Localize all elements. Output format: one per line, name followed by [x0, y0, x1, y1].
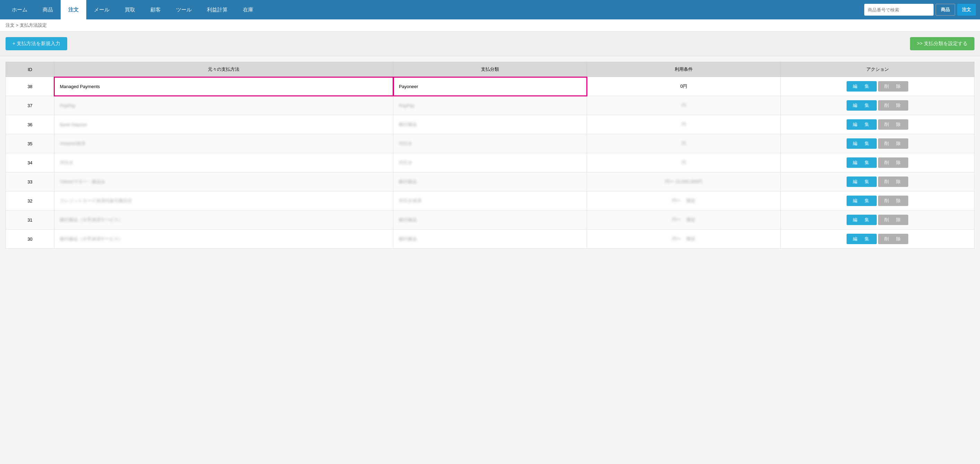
table-row: 33Yahoo!マネー・振込み銀行振込円〜 15,000,000円編 集削 除	[6, 172, 974, 191]
cell-category: PayPay	[393, 96, 587, 115]
breadcrumb: 注文 > 支払方法設定	[0, 19, 980, 32]
cell-condition: 円	[587, 96, 781, 115]
table-row: 37PayPayPayPay円編 集削 除	[6, 96, 974, 115]
cell-category: 代引き	[393, 134, 587, 153]
cell-id: 35	[6, 134, 54, 153]
nav-item-在庫[interactable]: 在庫	[235, 0, 261, 19]
cell-action: 編 集削 除	[781, 230, 974, 249]
order-button[interactable]: 注文	[957, 4, 976, 16]
delete-button[interactable]: 削 除	[878, 119, 908, 130]
edit-button[interactable]: 編 集	[846, 158, 877, 168]
table-col-header: 元々の支払方法	[54, 62, 393, 77]
edit-button[interactable]: 編 集	[846, 100, 877, 111]
nav-item-ツール[interactable]: ツール	[169, 0, 199, 19]
edit-button[interactable]: 編 集	[846, 139, 877, 149]
table-col-header: アクション	[781, 62, 974, 77]
cell-category: 代引き	[393, 153, 587, 172]
cell-condition: 円〜 限定	[587, 191, 781, 210]
cell-action: 編 集削 除	[781, 191, 974, 210]
product-button[interactable]: 商品	[935, 4, 955, 16]
cell-action: 編 集削 除	[781, 153, 974, 172]
edit-button[interactable]: 編 集	[846, 215, 877, 225]
cell-id: 33	[6, 172, 54, 191]
edit-button[interactable]: 編 集	[846, 196, 877, 206]
table-col-header: ID	[6, 62, 54, 77]
table-body: 38Managed PaymentsPayoneer0円編 集削 除37PayP…	[6, 77, 974, 249]
cell-original: Yahoo!マネー・振込み	[54, 172, 393, 191]
cell-original: Amazon決済	[54, 134, 393, 153]
edit-button[interactable]: 編 集	[846, 177, 877, 187]
cell-id: 32	[6, 191, 54, 210]
cell-action: 編 集削 除	[781, 115, 974, 134]
nav-item-注文[interactable]: 注文	[60, 0, 86, 19]
cell-condition: 円	[587, 115, 781, 134]
cell-id: 30	[6, 230, 54, 249]
table-col-header: 支払分類	[393, 62, 587, 77]
table-row: 38Managed PaymentsPayoneer0円編 集削 除	[6, 77, 974, 96]
table-row: 32クレジットカード決済代金引換注文代引き決済円〜 限定編 集削 除	[6, 191, 974, 210]
edit-button[interactable]: 編 集	[846, 81, 877, 92]
cell-id: 31	[6, 210, 54, 230]
cell-condition: 円	[587, 153, 781, 172]
edit-button[interactable]: 編 集	[846, 234, 877, 244]
cell-original: PayPay	[54, 96, 393, 115]
delete-button[interactable]: 削 除	[878, 234, 908, 244]
cell-original: Bank Deposit	[54, 115, 393, 134]
cell-category: 銀行振込	[393, 230, 587, 249]
table-row: 35Amazon決済代引き円編 集削 除	[6, 134, 974, 153]
cell-id: 36	[6, 115, 54, 134]
search-input[interactable]	[864, 4, 934, 16]
cell-condition: 0円	[587, 77, 781, 96]
cell-original: クレジットカード決済代金引換注文	[54, 191, 393, 210]
nav-item-顧客[interactable]: 顧客	[143, 0, 169, 19]
add-payment-button[interactable]: + 支払方法を新規入力	[6, 37, 67, 50]
cell-action: 編 集削 除	[781, 210, 974, 230]
cell-category: 銀行振込	[393, 115, 587, 134]
delete-button[interactable]: 削 除	[878, 139, 908, 149]
cell-action: 編 集削 除	[781, 172, 974, 191]
table-row: 34代引き代引き円編 集削 除	[6, 153, 974, 172]
delete-button[interactable]: 削 除	[878, 196, 908, 206]
cell-action: 編 集削 除	[781, 77, 974, 96]
navbar: ホーム商品注文メール買取顧客ツール利益計算在庫 商品 注文	[0, 0, 980, 19]
cell-id: 38	[6, 77, 54, 96]
delete-button[interactable]: 削 除	[878, 158, 908, 168]
nav-item-ホーム[interactable]: ホーム	[4, 0, 35, 19]
nav-item-利益計算[interactable]: 利益計算	[199, 0, 235, 19]
edit-button[interactable]: 編 集	[846, 119, 877, 130]
cell-condition: 円	[587, 134, 781, 153]
table-col-header: 利用条件	[587, 62, 781, 77]
cell-category: 銀行振込	[393, 172, 587, 191]
cell-original: 代引き	[54, 153, 393, 172]
table-row: 30銀行振込（大手決済サービス）銀行振込円〜 限定編 集削 除	[6, 230, 974, 249]
table-row: 36Bank Deposit銀行振込円編 集削 除	[6, 115, 974, 134]
cell-condition: 円〜 限定	[587, 210, 781, 230]
cell-original: 銀行振込（大手決済サービス）	[54, 230, 393, 249]
cell-action: 編 集削 除	[781, 134, 974, 153]
nav-item-商品[interactable]: 商品	[35, 0, 60, 19]
nav-item-メール[interactable]: メール	[86, 0, 117, 19]
cell-id: 34	[6, 153, 54, 172]
table-header: ID元々の支払方法支払分類利用条件アクション	[6, 62, 974, 77]
nav-search-area: 商品 注文	[864, 4, 976, 16]
table-wrap: ID元々の支払方法支払分類利用条件アクション 38Managed Payment…	[0, 56, 980, 254]
table-row: 31銀行振込（大手決済サービス）銀行振込円〜 限定編 集削 除	[6, 210, 974, 230]
cell-category: 代引き決済	[393, 191, 587, 210]
cell-original: 銀行振込（大手決済サービス）	[54, 210, 393, 230]
cell-condition: 円〜 15,000,000円	[587, 172, 781, 191]
delete-button[interactable]: 削 除	[878, 81, 908, 92]
cell-category: Payoneer	[393, 77, 587, 96]
set-category-button[interactable]: >> 支払分類を設定する	[910, 37, 974, 50]
cell-condition: 円〜 限定	[587, 230, 781, 249]
delete-button[interactable]: 削 除	[878, 215, 908, 225]
delete-button[interactable]: 削 除	[878, 177, 908, 187]
cell-original: Managed Payments	[54, 77, 393, 96]
cell-action: 編 集削 除	[781, 96, 974, 115]
delete-button[interactable]: 削 除	[878, 100, 908, 111]
cell-category: 銀行振込	[393, 210, 587, 230]
cell-id: 37	[6, 96, 54, 115]
payment-methods-table: ID元々の支払方法支払分類利用条件アクション 38Managed Payment…	[6, 62, 974, 249]
toolbar: + 支払方法を新規入力 >> 支払分類を設定する	[0, 32, 980, 56]
nav-item-買取[interactable]: 買取	[117, 0, 143, 19]
